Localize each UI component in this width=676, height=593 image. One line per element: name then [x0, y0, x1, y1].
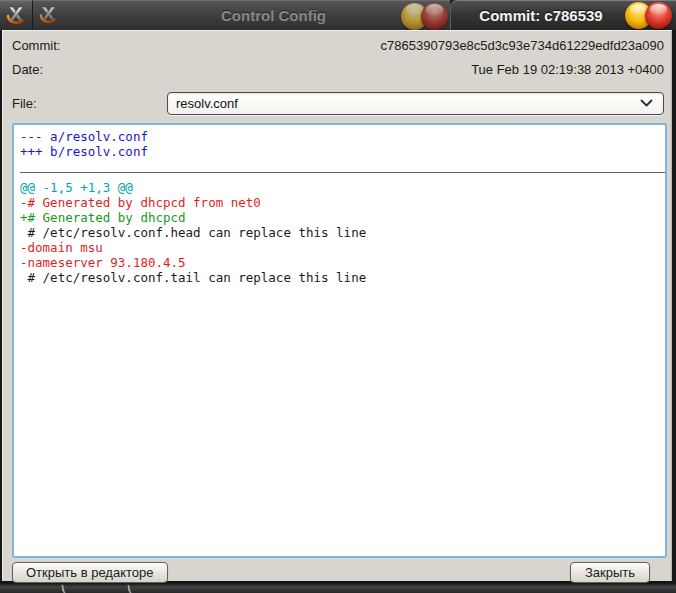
dialog-window-title: Commit: c786539	[451, 7, 625, 24]
parent-window-titlebar[interactable]: Control Config	[33, 0, 450, 30]
diff-line-meta: --- a/resolv.conf	[20, 129, 665, 144]
diff-line-context: # /etc/resolv.conf.head can replace this…	[20, 225, 665, 240]
file-select-value: resolv.conf	[176, 96, 640, 111]
action-button-row: Открыть в редакторе Закрыть	[12, 562, 664, 583]
titlebar: Control Config Commit: c786539	[0, 0, 676, 30]
chevron-down-icon	[640, 99, 655, 108]
close-dialog-button[interactable]: Закрыть	[570, 562, 650, 583]
dialog-window-controls	[625, 3, 676, 29]
screen: Control Config Commit: c786539 Commit: c…	[0, 0, 676, 593]
background-window-fragment	[61, 583, 73, 593]
file-label: File:	[12, 96, 167, 111]
diff-line-meta: +++ b/resolv.conf	[20, 144, 665, 159]
commit-hash: c7865390793e8c5d3c93e734d61229edfd23a090	[167, 38, 664, 53]
parent-window-title: Control Config	[221, 7, 326, 24]
diff-line-context: # /etc/resolv.conf.tail can replace this…	[20, 270, 665, 285]
app-logo-icon	[4, 4, 28, 28]
parent-window-controls	[401, 3, 448, 29]
file-row: File: resolv.conf	[12, 92, 664, 115]
close-button[interactable]	[645, 2, 672, 29]
dialog-titlebar[interactable]: Commit: c786539	[450, 0, 676, 30]
commit-label: Commit:	[12, 38, 167, 53]
date-label: Date:	[12, 62, 167, 77]
dialog-body: Commit: c7865390793e8c5d3c93e734d61229ed…	[0, 30, 676, 583]
commit-row: Commit: c7865390793e8c5d3c93e734d61229ed…	[12, 38, 664, 54]
background-window-strip	[0, 583, 676, 593]
date-row: Date: Tue Feb 19 02:19:38 2013 +0400	[12, 62, 664, 78]
diff-line-removed: -# Generated by dhcpcd from net0	[20, 195, 665, 210]
diff-line-separator	[20, 172, 667, 173]
diff-view[interactable]: --- a/resolv.conf+++ b/resolv.conf@@ -1,…	[12, 123, 667, 558]
diff-line-blank	[20, 159, 665, 169]
date-value: Tue Feb 19 02:19:38 2013 +0400	[167, 62, 664, 77]
dialog-window-icon-tile[interactable]	[0, 0, 33, 30]
app-logo-icon	[37, 4, 60, 27]
diff-line-added: +# Generated by dhcpcd	[20, 210, 665, 225]
background-window-fragment	[127, 583, 139, 593]
open-in-editor-button[interactable]: Открыть в редакторе	[12, 562, 168, 583]
file-select[interactable]: resolv.conf	[167, 92, 664, 115]
diff-line-hunk: @@ -1,5 +1,3 @@	[20, 180, 665, 195]
diff-line-removed: -domain msu	[20, 240, 665, 255]
diff-line-removed: -nameserver 93.180.4.5	[20, 255, 665, 270]
close-button[interactable]	[421, 3, 448, 30]
